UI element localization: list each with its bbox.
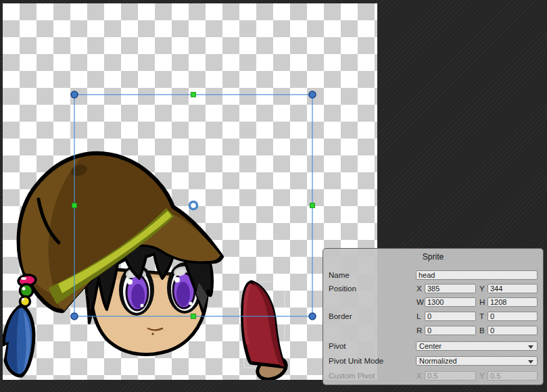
sprite-inspector-panel: Sprite Name Position X Y W H Border L T …	[323, 248, 544, 385]
position-x-input[interactable]	[425, 284, 476, 293]
border-b-input[interactable]	[487, 326, 538, 335]
border-t-input[interactable]	[487, 312, 538, 321]
custom-pivot-label: Custom Pivot	[329, 372, 375, 380]
selection-handle-top-left[interactable]	[71, 91, 78, 98]
position-y-input[interactable]	[487, 284, 538, 293]
selection-handle-bottom[interactable]	[191, 314, 196, 319]
custom-pivot-y-prefix: Y	[479, 372, 487, 380]
position-w-input[interactable]	[425, 297, 476, 307]
border-t-prefix: T	[479, 312, 487, 320]
position-row-xy: Position X Y	[323, 284, 543, 293]
border-r-prefix: R	[417, 326, 425, 335]
border-l-input[interactable]	[425, 312, 476, 321]
position-x-prefix: X	[417, 285, 425, 293]
border-row-lt: Border L T	[323, 312, 543, 321]
selection-handle-top-right[interactable]	[309, 91, 316, 98]
custom-pivot-x-prefix: X	[417, 372, 425, 380]
selection-handle-bottom-right[interactable]	[309, 313, 316, 320]
position-y-prefix: Y	[479, 285, 487, 293]
pivot-unit-mode-row: Pivot Unit Mode Normalized	[323, 356, 543, 366]
name-label: Name	[329, 271, 350, 279]
pivot-unit-mode-label: Pivot Unit Mode	[329, 357, 383, 365]
position-h-prefix: H	[479, 298, 487, 306]
position-label: Position	[329, 285, 356, 293]
selection-handle-right[interactable]	[310, 203, 315, 208]
name-row: Name	[323, 270, 543, 280]
custom-pivot-row: Custom Pivot X Y	[323, 371, 543, 381]
sprite-editor-window: Sprite Name Position X Y W H Border L T …	[0, 0, 547, 392]
pivot-unit-mode-value: Normalized	[419, 357, 457, 365]
selection-handle-bottom-left[interactable]	[71, 313, 78, 320]
chevron-down-icon	[528, 360, 533, 364]
texture-canvas[interactable]	[3, 3, 377, 380]
position-row-wh: W H	[323, 297, 543, 307]
custom-pivot-y-input	[487, 371, 538, 381]
border-label: Border	[329, 312, 352, 320]
border-l-prefix: L	[417, 312, 425, 320]
selection-handle-top[interactable]	[191, 93, 196, 97]
name-input[interactable]	[416, 270, 538, 280]
panel-title: Sprite	[323, 252, 543, 262]
chevron-down-icon	[528, 345, 533, 349]
position-h-input[interactable]	[487, 297, 538, 307]
position-w-prefix: W	[417, 298, 425, 306]
pivot-dropdown[interactable]: Center	[416, 341, 538, 351]
border-row-rb: R B	[323, 326, 543, 335]
border-b-prefix: B	[479, 326, 487, 335]
selection-handle-left[interactable]	[72, 203, 77, 208]
pivot-row: Pivot Center	[323, 341, 543, 351]
pivot-handle[interactable]	[190, 202, 197, 210]
selection-overlay	[3, 3, 377, 380]
custom-pivot-x-input	[425, 371, 476, 381]
pivot-label: Pivot	[329, 342, 346, 350]
pivot-unit-mode-dropdown[interactable]: Normalized	[416, 356, 538, 366]
pivot-value: Center	[419, 342, 442, 350]
border-r-input[interactable]	[425, 326, 476, 335]
